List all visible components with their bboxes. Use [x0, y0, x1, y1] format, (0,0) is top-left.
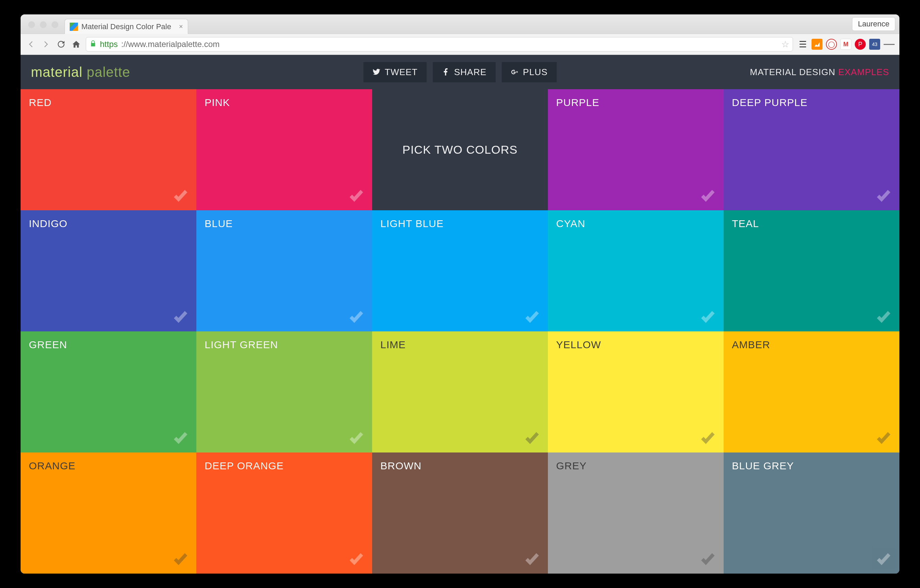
app-header: material palette TWEET SHARE PLUS MATER [21, 55, 899, 89]
url-scheme: https [100, 39, 118, 49]
swatch-pink[interactable]: PINK [196, 89, 372, 210]
check-icon [700, 550, 716, 568]
check-icon [700, 308, 716, 326]
address-bar[interactable]: https://www.materialpalette.com ☆ [86, 37, 793, 52]
swatch-cyan[interactable]: CYAN [548, 210, 724, 331]
check-icon [700, 429, 716, 447]
lock-icon [90, 40, 96, 49]
favicon-icon [70, 23, 78, 31]
window-zoom-icon[interactable] [52, 21, 58, 28]
swatch-label: PURPLE [556, 97, 715, 108]
url-rest: ://www.materialpalette.com [121, 39, 220, 49]
swatch-label: RED [29, 97, 188, 108]
swatch-yellow[interactable]: YELLOW [548, 331, 724, 452]
tweet-label: TWEET [385, 67, 418, 78]
check-icon [875, 550, 892, 568]
check-icon [172, 187, 189, 205]
swatch-light-blue[interactable]: LIGHT BLUE [372, 210, 548, 331]
twitter-icon [373, 68, 381, 76]
swatch-orange[interactable]: ORANGE [21, 452, 196, 573]
swatch-deep-purple[interactable]: DEEP PURPLE [724, 89, 899, 210]
share-buttons: TWEET SHARE PLUS [364, 62, 557, 82]
profile-name: Laurence [858, 19, 889, 28]
window-minimize-icon[interactable] [40, 21, 47, 28]
check-icon [348, 429, 364, 447]
examples-link[interactable]: EXAMPLES [838, 67, 889, 77]
swatch-label: GREY [556, 460, 715, 472]
window-close-icon[interactable] [28, 21, 35, 28]
swatch-label: YELLOW [556, 339, 715, 351]
buffer-extension-icon[interactable]: ☰ [797, 39, 808, 50]
tab-close-icon[interactable]: × [179, 23, 183, 31]
check-icon [348, 308, 364, 326]
swatch-deep-orange[interactable]: DEEP ORANGE [196, 452, 372, 573]
swatch-label: ORANGE [29, 460, 188, 472]
reload-button[interactable] [56, 39, 66, 50]
swatch-red[interactable]: RED [21, 89, 196, 210]
check-icon [524, 429, 540, 447]
swatch-green[interactable]: GREEN [21, 331, 196, 452]
check-icon [524, 550, 540, 568]
gmail-extension-icon[interactable]: M [841, 39, 851, 50]
check-icon [172, 550, 189, 568]
swatch-label: PINK [205, 97, 364, 108]
bookmark-star-icon[interactable]: ☆ [781, 39, 789, 50]
share-button[interactable]: SHARE [433, 62, 496, 82]
swatch-blue[interactable]: BLUE [196, 210, 372, 331]
swatch-label: DEEP ORANGE [205, 460, 364, 472]
plus-button[interactable]: PLUS [502, 62, 556, 82]
swatch-label: GREEN [29, 339, 188, 351]
check-icon [875, 429, 892, 447]
ublock-extension-icon[interactable]: ◯ [826, 39, 837, 50]
logo[interactable]: material palette [31, 65, 130, 80]
swatch-label: BROWN [381, 460, 539, 472]
tab-title: Material Design Color Pale [81, 22, 171, 31]
check-icon [348, 187, 364, 205]
header-links: MATERIAL DESIGN EXAMPLES [750, 67, 889, 78]
profile-chip[interactable]: Laurence [852, 17, 895, 31]
swatch-label: DEEP PURPLE [732, 97, 891, 108]
swatch-label: TEAL [732, 218, 891, 229]
gplus-icon [510, 68, 519, 76]
swatch-lime[interactable]: LIME [372, 331, 548, 452]
tweet-button[interactable]: TWEET [364, 62, 427, 82]
logo-word1: material [31, 65, 83, 79]
swatch-purple[interactable]: PURPLE [548, 89, 724, 210]
check-icon [172, 308, 189, 326]
swatch-grey[interactable]: GREY [548, 452, 724, 573]
browser-menu-button[interactable] [884, 39, 895, 50]
check-icon [348, 550, 364, 568]
back-button[interactable] [25, 39, 36, 50]
swatch-brown[interactable]: BROWN [372, 452, 548, 573]
check-icon [172, 429, 189, 447]
home-button[interactable] [71, 39, 82, 50]
color-grid: REDPINKPICK TWO COLORSPURPLEDEEP PURPLEI… [21, 89, 899, 573]
swatch-label: LIME [381, 339, 539, 351]
material-design-link[interactable]: MATERIAL DESIGN [750, 67, 836, 77]
swatch-light-green[interactable]: LIGHT GREEN [196, 331, 372, 452]
swatch-label: INDIGO [29, 218, 188, 229]
extension-icons: ☰ ◯ M P 43 [797, 39, 895, 50]
calendar-extension-icon[interactable]: 43 [869, 39, 880, 50]
analytics-extension-icon[interactable] [811, 39, 823, 50]
swatch-indigo[interactable]: INDIGO [21, 210, 196, 331]
facebook-icon [442, 68, 450, 76]
pick-two-prompt: PICK TWO COLORS [372, 89, 548, 210]
swatch-amber[interactable]: AMBER [724, 331, 899, 452]
forward-button[interactable] [40, 39, 52, 50]
swatch-blue-grey[interactable]: BLUE GREY [724, 452, 899, 573]
swatch-label: BLUE GREY [732, 460, 891, 472]
share-label: SHARE [454, 67, 487, 78]
check-icon [524, 308, 540, 326]
tab-strip: Material Design Color Pale × Laurence [21, 15, 899, 34]
swatch-label: LIGHT BLUE [381, 218, 539, 229]
browser-toolbar: https://www.materialpalette.com ☆ ☰ ◯ M … [21, 34, 899, 55]
window-traffic-lights[interactable] [28, 21, 58, 28]
plus-label: PLUS [523, 67, 547, 78]
pinterest-extension-icon[interactable]: P [855, 39, 866, 50]
check-icon [875, 308, 892, 326]
swatch-teal[interactable]: TEAL [724, 210, 899, 331]
swatch-label: LIGHT GREEN [205, 339, 364, 351]
logo-word2: palette [86, 65, 130, 79]
browser-tab[interactable]: Material Design Color Pale × [65, 19, 188, 34]
